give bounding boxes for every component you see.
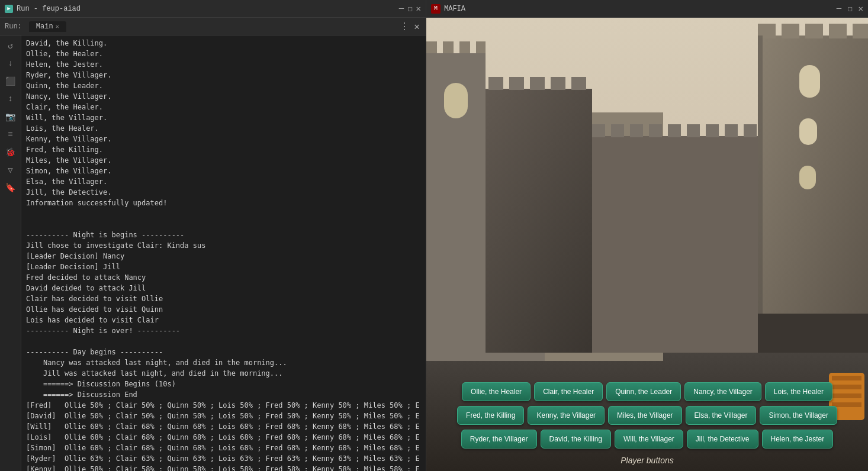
game-title-left: M MAFIA bbox=[431, 4, 465, 14]
close-panel-icon[interactable]: ✕ bbox=[413, 21, 421, 33]
player-buttons-label: Player buttons bbox=[621, 456, 674, 465]
game-title-controls: — ☐ ✕ bbox=[837, 4, 863, 14]
player-btn-miles[interactable]: Miles, the Villager bbox=[608, 406, 682, 425]
player-btn-ollie[interactable]: Ollie, the Healer bbox=[462, 382, 531, 401]
player-btn-ryder[interactable]: Ryder, the Villager bbox=[461, 430, 537, 449]
svg-rect-39 bbox=[758, 314, 868, 353]
svg-rect-27 bbox=[649, 124, 662, 137]
settings-icon[interactable]: ⋮ bbox=[398, 21, 410, 33]
svg-rect-24 bbox=[592, 124, 605, 137]
down-icon[interactable]: ↓ bbox=[3, 56, 18, 71]
svg-rect-28 bbox=[668, 124, 681, 137]
player-buttons-area: Ollie, the Healer Clair, the Healer Quin… bbox=[426, 382, 868, 465]
player-row-2: Fred, the Killing Kenny, the Villager Mi… bbox=[457, 406, 837, 425]
svg-rect-10 bbox=[799, 65, 820, 98]
player-btn-nancy[interactable]: Nancy, the Villager bbox=[684, 382, 761, 401]
svg-rect-34 bbox=[426, 41, 437, 53]
svg-rect-13 bbox=[758, 36, 763, 353]
svg-rect-19 bbox=[509, 77, 524, 90]
svg-rect-16 bbox=[447, 77, 462, 90]
ide-panel: ▶ Run - feup-aiad — ☐ ✕ Run: Main ✕ ⋮ ✕ … bbox=[0, 0, 426, 471]
player-btn-fred[interactable]: Fred, the Killing bbox=[457, 406, 524, 425]
ide-titlebar: ▶ Run - feup-aiad — ☐ ✕ bbox=[0, 0, 426, 18]
filter-icon[interactable]: ▽ bbox=[3, 162, 18, 178]
svg-rect-9 bbox=[853, 24, 868, 38]
svg-rect-20 bbox=[530, 77, 545, 90]
ide-sidebar: ↺ ↓ ⬛ ↕ 📷 ≡ 🐞 ▽ 🔖 David, the Killing. Ol… bbox=[0, 36, 426, 471]
svg-rect-7 bbox=[805, 24, 823, 38]
menu-icon[interactable]: ≡ bbox=[3, 127, 18, 142]
ide-toolbar: Run: Main ✕ ⋮ ✕ bbox=[0, 18, 426, 36]
svg-rect-4 bbox=[758, 36, 868, 353]
svg-rect-41 bbox=[832, 376, 861, 380]
svg-rect-17 bbox=[468, 77, 483, 90]
player-btn-simon[interactable]: Simon, the Villager bbox=[760, 406, 837, 425]
ide-title-controls: — ☐ ✕ bbox=[399, 4, 421, 14]
svg-rect-35 bbox=[443, 41, 454, 53]
ide-close-btn[interactable]: ✕ bbox=[416, 4, 421, 14]
game-window-title: MAFIA bbox=[444, 5, 465, 13]
player-btn-clair[interactable]: Clair, the Healer bbox=[534, 382, 603, 401]
game-maximize-btn[interactable]: ☐ bbox=[847, 4, 852, 14]
svg-rect-14 bbox=[426, 89, 592, 353]
tab-label: Main bbox=[36, 22, 53, 31]
main-tab[interactable]: Main ✕ bbox=[29, 21, 66, 32]
scroll-icon[interactable]: ↕ bbox=[3, 91, 18, 107]
player-btn-quinn[interactable]: Quinn, the Leader bbox=[606, 382, 681, 401]
player-row-3: Ryder, the Villager David, the Killing W… bbox=[461, 430, 833, 449]
svg-rect-29 bbox=[687, 124, 700, 137]
svg-rect-3 bbox=[545, 112, 663, 361]
ide-window-title: Run - feup-aiad bbox=[17, 5, 81, 13]
ide-console-output[interactable]: David, the Killing. Ollie, the Healer. H… bbox=[21, 36, 426, 471]
ide-sidebar-icons: ↺ ↓ ⬛ ↕ 📷 ≡ 🐞 ▽ 🔖 bbox=[0, 36, 21, 471]
player-row-1: Ollie, the Healer Clair, the Healer Quin… bbox=[462, 382, 832, 401]
restart-icon[interactable]: ↺ bbox=[3, 38, 18, 53]
debug-icon[interactable]: 🐞 bbox=[3, 144, 18, 160]
run-label: Run: bbox=[5, 22, 22, 31]
ide-app-icon: ▶ bbox=[5, 5, 13, 13]
svg-rect-21 bbox=[551, 77, 565, 90]
console-text: David, the Killing. Ollie, the Healer. H… bbox=[26, 38, 421, 471]
player-btn-elsa[interactable]: Elsa, the Villager bbox=[686, 406, 757, 425]
player-btn-helen[interactable]: Helen, the Jester bbox=[762, 430, 834, 449]
svg-rect-38 bbox=[444, 83, 468, 118]
ide-minimize-btn[interactable]: — bbox=[399, 4, 404, 14]
bookmark-icon[interactable]: 🔖 bbox=[3, 180, 18, 195]
svg-rect-8 bbox=[829, 24, 847, 38]
svg-rect-30 bbox=[706, 124, 719, 137]
player-btn-jill[interactable]: Jill, the Detective bbox=[687, 430, 758, 449]
svg-rect-22 bbox=[571, 77, 586, 90]
svg-rect-12 bbox=[799, 166, 816, 189]
player-btn-david[interactable]: David, the Killing bbox=[541, 430, 611, 449]
svg-rect-37 bbox=[476, 41, 486, 53]
svg-rect-23 bbox=[592, 136, 758, 353]
player-btn-kenny[interactable]: Kenny, the Villager bbox=[528, 406, 605, 425]
game-app-icon: M bbox=[431, 4, 441, 14]
svg-rect-5 bbox=[758, 24, 776, 38]
game-panel: M MAFIA — ☐ ✕ bbox=[426, 0, 868, 471]
ide-run-controls: ⋮ ✕ bbox=[398, 21, 421, 33]
svg-rect-33 bbox=[426, 53, 486, 353]
svg-rect-31 bbox=[725, 124, 738, 137]
player-btn-will[interactable]: Will, the Villager bbox=[615, 430, 683, 449]
player-btn-lois[interactable]: Lois, the Healer bbox=[765, 382, 832, 401]
svg-rect-32 bbox=[744, 124, 757, 137]
game-close-btn[interactable]: ✕ bbox=[859, 4, 863, 14]
svg-rect-26 bbox=[630, 124, 643, 137]
game-viewport: Ollie, the Healer Clair, the Healer Quin… bbox=[426, 18, 868, 471]
game-minimize-btn[interactable]: — bbox=[837, 4, 841, 14]
svg-rect-36 bbox=[459, 41, 470, 53]
ide-title-left: ▶ Run - feup-aiad bbox=[5, 5, 81, 13]
svg-rect-25 bbox=[611, 124, 624, 137]
svg-rect-18 bbox=[488, 77, 503, 90]
camera-icon[interactable]: 📷 bbox=[3, 109, 18, 124]
tab-close-icon[interactable]: ✕ bbox=[56, 23, 59, 30]
stop-icon[interactable]: ⬛ bbox=[3, 73, 18, 89]
ide-maximize-btn[interactable]: ☐ bbox=[407, 4, 412, 14]
svg-rect-15 bbox=[426, 77, 441, 90]
game-titlebar: M MAFIA — ☐ ✕ bbox=[426, 0, 868, 18]
svg-rect-6 bbox=[782, 24, 799, 38]
svg-rect-2 bbox=[426, 124, 663, 361]
svg-rect-11 bbox=[799, 118, 817, 145]
